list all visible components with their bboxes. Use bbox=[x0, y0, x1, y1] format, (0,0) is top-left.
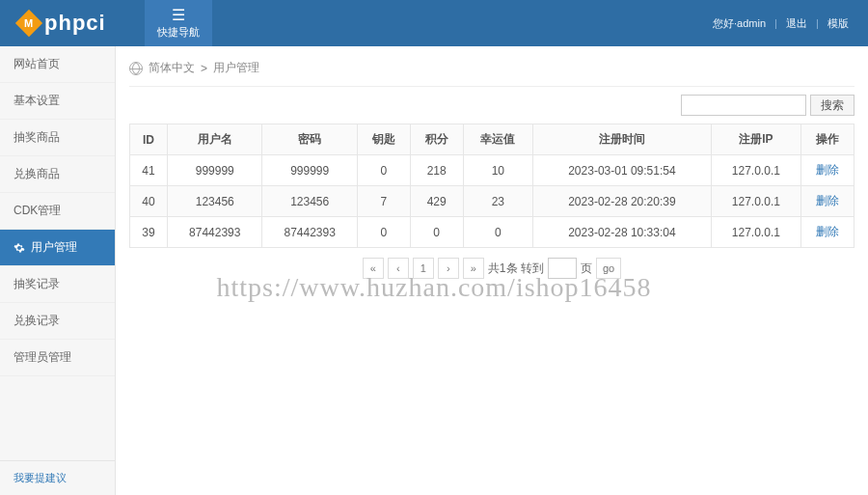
cell-keys: 0 bbox=[357, 217, 410, 248]
table-row: 401234561234567429232023-02-28 20:20:391… bbox=[130, 186, 854, 217]
logout-link[interactable]: 退出 bbox=[786, 17, 807, 29]
pager-unit: 页 bbox=[581, 261, 592, 277]
cell-points: 0 bbox=[410, 217, 463, 248]
pager-last[interactable]: » bbox=[463, 258, 484, 279]
cell-id: 41 bbox=[130, 155, 168, 186]
quicknav-button[interactable]: ☰ 快捷导航 bbox=[145, 0, 212, 46]
sidebar-item-settings[interactable]: 基本设置 bbox=[0, 83, 115, 120]
cell-keys: 0 bbox=[357, 155, 410, 186]
breadcrumb-lang: 简体中文 bbox=[149, 60, 195, 76]
cell-luck: 0 bbox=[463, 217, 533, 248]
delete-link[interactable]: 删除 bbox=[816, 225, 839, 238]
gear-icon bbox=[14, 242, 25, 254]
th-op: 操作 bbox=[801, 124, 854, 155]
th-regtime: 注册时间 bbox=[533, 124, 711, 155]
globe-icon bbox=[129, 62, 143, 75]
breadcrumb-page: 用户管理 bbox=[213, 60, 259, 76]
sidebar-item-exchange-log[interactable]: 兑换记录 bbox=[0, 303, 115, 340]
pager-total: 共1条 转到 bbox=[488, 261, 544, 277]
cell-op: 删除 bbox=[801, 155, 854, 186]
th-keys: 钥匙 bbox=[357, 124, 410, 155]
breadcrumb-sep: > bbox=[201, 62, 207, 75]
brand-logo: M phpci bbox=[19, 11, 106, 36]
cell-pass: 87442393 bbox=[262, 217, 357, 248]
th-regip: 注册IP bbox=[711, 124, 800, 155]
menu-icon: ☰ bbox=[172, 8, 185, 23]
cell-time: 2023-02-28 20:20:39 bbox=[533, 186, 711, 217]
sidebar-item-lottery-goods[interactable]: 抽奖商品 bbox=[0, 120, 115, 156]
cell-luck: 23 bbox=[463, 186, 533, 217]
table-row: 419999999999990218102023-03-01 09:51:541… bbox=[130, 155, 854, 186]
users-table: ID 用户名 密码 钥匙 积分 幸运值 注册时间 注册IP 操作 4199999… bbox=[129, 124, 854, 248]
sidebar-item-lottery-log[interactable]: 抽奖记录 bbox=[0, 266, 115, 303]
cell-op: 删除 bbox=[801, 186, 854, 217]
sidebar-item-exchange-goods[interactable]: 兑换商品 bbox=[0, 156, 115, 193]
cell-user: 999999 bbox=[168, 155, 262, 186]
cell-ip: 127.0.0.1 bbox=[711, 186, 800, 217]
cell-points: 218 bbox=[410, 155, 463, 186]
cell-op: 删除 bbox=[801, 217, 854, 248]
logo-icon: M bbox=[15, 10, 42, 37]
pager: « ‹ 1 › » 共1条 转到 页 go bbox=[129, 248, 854, 289]
th-luck: 幸运值 bbox=[463, 124, 533, 155]
delete-link[interactable]: 删除 bbox=[816, 194, 839, 207]
cell-luck: 10 bbox=[463, 155, 533, 186]
sidebar-item-users[interactable]: 用户管理 bbox=[0, 230, 115, 266]
cell-id: 39 bbox=[130, 217, 168, 248]
feedback-link[interactable]: 我要提建议 bbox=[14, 472, 67, 483]
cell-pass: 123456 bbox=[262, 186, 357, 217]
cell-ip: 127.0.0.1 bbox=[711, 217, 800, 248]
cell-time: 2023-02-28 10:33:04 bbox=[533, 217, 711, 248]
cell-id: 40 bbox=[130, 186, 168, 217]
pager-go-button[interactable]: go bbox=[596, 258, 621, 279]
th-username: 用户名 bbox=[168, 124, 262, 155]
quicknav-label: 快捷导航 bbox=[157, 25, 200, 40]
breadcrumb: 简体中文 > 用户管理 bbox=[129, 56, 854, 87]
greeting-text: 您好·admin bbox=[713, 17, 766, 29]
pager-prev[interactable]: ‹ bbox=[388, 258, 409, 279]
brand-name: phpci bbox=[44, 11, 106, 36]
pager-page-1[interactable]: 1 bbox=[413, 258, 434, 279]
th-password: 密码 bbox=[262, 124, 357, 155]
cell-time: 2023-03-01 09:51:54 bbox=[533, 155, 711, 186]
cell-keys: 7 bbox=[357, 186, 410, 217]
search-button[interactable]: 搜索 bbox=[810, 95, 854, 116]
search-input[interactable] bbox=[681, 95, 806, 116]
pager-goto-input[interactable] bbox=[548, 258, 577, 279]
templates-link[interactable]: 模版 bbox=[827, 17, 849, 29]
cell-ip: 127.0.0.1 bbox=[711, 155, 800, 186]
th-points: 积分 bbox=[410, 124, 463, 155]
cell-user: 87442393 bbox=[168, 217, 262, 248]
pager-first[interactable]: « bbox=[363, 258, 384, 279]
sidebar-item-label: 用户管理 bbox=[31, 239, 77, 256]
cell-pass: 999999 bbox=[262, 155, 357, 186]
table-row: 3987442393874423930002023-02-28 10:33:04… bbox=[130, 217, 854, 248]
th-id: ID bbox=[130, 124, 168, 155]
cell-user: 123456 bbox=[168, 186, 262, 217]
sidebar-item-admins[interactable]: 管理员管理 bbox=[0, 340, 115, 376]
sidebar-item-cdk[interactable]: CDK管理 bbox=[0, 193, 115, 230]
cell-points: 429 bbox=[410, 186, 463, 217]
sidebar-item-home[interactable]: 网站首页 bbox=[0, 46, 115, 83]
delete-link[interactable]: 删除 bbox=[816, 163, 839, 177]
pager-next[interactable]: › bbox=[438, 258, 459, 279]
